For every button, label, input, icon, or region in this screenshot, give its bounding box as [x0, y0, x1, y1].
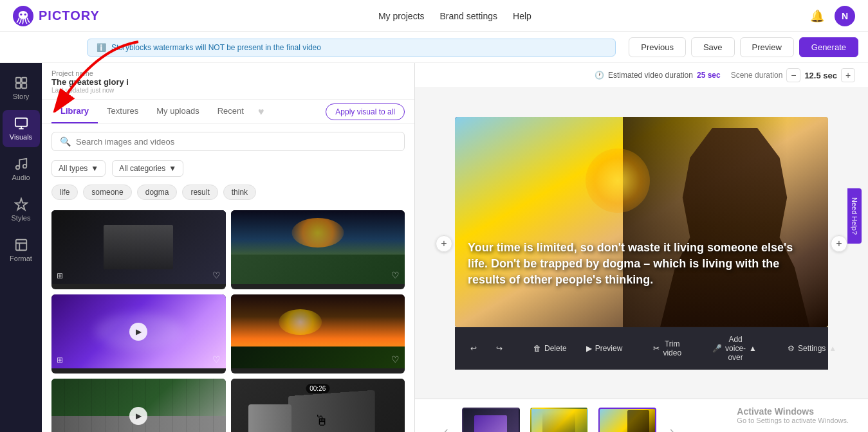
main-layout: Story Visuals Audio Styles Format [0, 63, 868, 432]
search-input[interactable] [76, 137, 396, 147]
redo-button[interactable]: ↪ [492, 341, 506, 356]
heart-icon[interactable]: ♡ [391, 354, 400, 364]
svg-point-1 [19, 11, 28, 19]
nav-my-projects[interactable]: My projects [378, 11, 425, 21]
generate-button[interactable]: Generate [799, 37, 858, 57]
settings-button[interactable]: ⚙ Settings ▲ [784, 341, 840, 356]
save-button[interactable]: Save [691, 37, 735, 57]
play-button[interactable]: ▶ [129, 323, 147, 341]
timeline-prev-arrow[interactable]: ‹ [441, 420, 452, 432]
info-banner: ℹ️ Storyblocks watermarks will NOT be pr… [87, 39, 616, 57]
decrease-duration-button[interactable]: − [786, 68, 800, 82]
sidebar-visuals-label: Visuals [10, 133, 32, 141]
delete-button[interactable]: 🗑 Delete [530, 341, 571, 356]
tag-result[interactable]: result [182, 184, 217, 200]
expand-icon: ⊞ [57, 271, 63, 280]
image-grid: ♡ ⊞ ♡ ▶ ⊞ ♡ [42, 205, 414, 432]
scene-thumb-1[interactable]: Scene 1 (Title) [462, 408, 520, 433]
audio-icon [14, 157, 28, 171]
tags-row: life someone dogma result think [42, 181, 414, 205]
tab-textures[interactable]: Textures [98, 100, 147, 123]
svg-point-9 [15, 166, 19, 170]
chevron-down-icon: ▼ [91, 164, 98, 173]
list-item[interactable]: ♡ [231, 210, 405, 289]
add-scene-right-button[interactable]: + [831, 235, 847, 252]
preview-label: Preview [595, 344, 623, 353]
nav-links: My projects Brand settings Help [378, 11, 531, 21]
sidebar-item-play[interactable] [3, 428, 40, 432]
expand-icon: ⊞ [57, 356, 63, 364]
list-item[interactable]: ♡ [231, 294, 405, 374]
tag-think[interactable]: think [223, 184, 256, 200]
logo[interactable]: PICTORY [13, 6, 100, 26]
svg-point-10 [23, 165, 26, 168]
list-item[interactable]: ♡ ⊞ [51, 210, 226, 289]
timeline-next-arrow[interactable]: › [667, 420, 678, 432]
need-help-tab[interactable]: Need Help? [847, 188, 862, 244]
search-icon: 🔍 [60, 136, 71, 147]
redo-icon: ↪ [496, 344, 503, 353]
scene-thumb-3[interactable]: Scene 3 [598, 408, 656, 433]
duration-value: 12.5 sec [804, 71, 837, 80]
preview-button[interactable]: ▶ Preview [582, 341, 627, 356]
video-preview: + + Your time is limited, so don't waste… [455, 117, 828, 369]
sidebar-item-story[interactable]: Story [3, 69, 40, 107]
scene-thumb-2[interactable]: Scene 2 [530, 408, 588, 433]
play-button[interactable]: ▶ [129, 407, 147, 425]
scene-1-thumbnail [462, 408, 520, 433]
increase-duration-button[interactable]: + [841, 68, 855, 82]
tag-life[interactable]: life [51, 184, 78, 200]
sidebar-item-styles[interactable]: Styles [3, 191, 40, 228]
top-actions: Previous Save Preview Generate [629, 37, 858, 57]
video-overlay-text: Your time is limited, so don't waste it … [468, 240, 815, 289]
tab-recent[interactable]: Recent [208, 100, 253, 123]
type-filter[interactable]: All types ▼ [51, 160, 106, 177]
estimated-label: Estimated video duration [608, 71, 693, 80]
sidebar-item-format[interactable]: Format [3, 231, 40, 269]
category-filter[interactable]: All categories ▼ [112, 160, 183, 177]
info-icon: ℹ️ [97, 43, 106, 52]
cursor-icon: 🖱 [315, 412, 329, 429]
scene-2-thumbnail [530, 408, 588, 433]
activate-windows: Activate Windows Go to Settings to activ… [737, 406, 849, 424]
tag-dogma[interactable]: dogma [137, 184, 178, 200]
add-voice-over-button[interactable]: 🎤 Add voice-over ▲ [708, 332, 761, 364]
previous-button[interactable]: Previous [629, 37, 686, 57]
mic-icon: 🎤 [712, 344, 722, 353]
tab-my-uploads[interactable]: My uploads [147, 100, 208, 123]
top-action-bar: ℹ️ Storyblocks watermarks will NOT be pr… [0, 32, 868, 63]
activate-windows-subtitle: Go to Settings to activate Windows. [737, 417, 849, 424]
sidebar-story-label: Story [13, 93, 30, 100]
filters-row: All types ▼ All categories ▼ [42, 156, 414, 181]
preview-button[interactable]: Preview [740, 37, 794, 57]
sidebar: Story Visuals Audio Styles Format [0, 63, 42, 432]
tab-library[interactable]: Library [51, 100, 98, 123]
heart-icon[interactable]: ♡ [212, 270, 221, 280]
list-item[interactable]: 00:26 ♥ 🖱 [231, 379, 405, 432]
trim-video-button[interactable]: ✂ Trim video [649, 337, 685, 360]
last-saved: Last updated just now [51, 87, 405, 94]
svg-rect-8 [15, 118, 26, 127]
svg-rect-11 [15, 240, 26, 251]
avatar[interactable]: N [835, 6, 855, 26]
list-item[interactable]: ▶ ⊞ ♡ [51, 294, 226, 374]
heart-icon[interactable]: ♡ [391, 270, 400, 280]
favorites-heart-icon[interactable]: ♥ [258, 106, 264, 118]
format-icon [14, 238, 28, 252]
notification-bell-icon[interactable]: 🔔 [810, 9, 824, 23]
nav-brand-settings[interactable]: Brand settings [440, 11, 498, 21]
tag-someone[interactable]: someone [83, 184, 131, 200]
undo-button[interactable]: ↩ [466, 341, 481, 356]
list-item[interactable]: ▶ ⊞ ♡ [51, 379, 226, 432]
svg-point-3 [24, 14, 26, 15]
add-scene-left-button[interactable]: + [436, 235, 452, 252]
top-navigation: PICTORY My projects Brand settings Help … [0, 0, 868, 32]
sidebar-item-audio[interactable]: Audio [3, 150, 40, 188]
apply-visual-button[interactable]: Apply visual to all [326, 104, 405, 120]
sidebar-item-visuals[interactable]: Visuals [3, 110, 40, 147]
project-name: The greatest glory i [51, 77, 405, 87]
nav-help[interactable]: Help [513, 11, 531, 21]
heart-icon[interactable]: ♡ [212, 354, 221, 364]
panel-tabs: Library Textures My uploads Recent ♥ App… [42, 100, 414, 124]
play-icon: ▶ [586, 344, 592, 353]
